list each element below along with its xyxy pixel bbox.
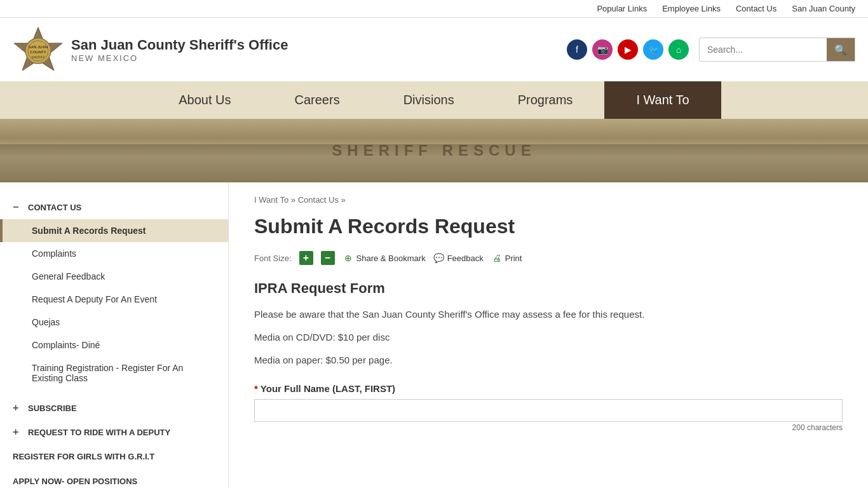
sidebar-girls-grit-link[interactable]: REGISTER FOR GIRLS WITH G.R.I.T xyxy=(0,444,228,469)
info-text-1: Please be aware that the San Juan County… xyxy=(254,307,843,322)
nav-about-us[interactable]: About Us xyxy=(147,81,262,119)
svg-text:COUNTY: COUNTY xyxy=(30,50,46,54)
site-header: SAN JUAN COUNTY SHERIFF San Juan County … xyxy=(0,18,868,81)
breadcrumb-i-want-to[interactable]: I Want To xyxy=(254,195,288,205)
ride-deputy-header-label: REQUEST TO RIDE WITH A DEPUTY xyxy=(28,428,170,437)
logo-area: SAN JUAN COUNTY SHERIFF San Juan County … xyxy=(13,24,288,75)
full-name-label: Your Full Name (LAST, FIRST) xyxy=(261,383,395,394)
ride-deputy-section-header[interactable]: + REQUEST TO RIDE WITH A DEPUTY xyxy=(0,420,228,444)
sidebar-item-training-registration[interactable]: Training Registration - Register For An … xyxy=(0,356,228,390)
share-bookmark-link[interactable]: ⊕ Share & Bookmark xyxy=(342,252,426,264)
breadcrumb-contact-us[interactable]: Contact Us xyxy=(298,195,339,205)
contact-us-section-header[interactable]: − CONTACT US xyxy=(0,195,228,219)
expand-ride-icon: + xyxy=(13,426,23,438)
subscribe-section-header[interactable]: + SUBSCRIBE xyxy=(0,396,228,420)
social-icons-group: f 📷 ▶ 🐦 ⌂ xyxy=(567,39,689,60)
svg-text:SAN JUAN: SAN JUAN xyxy=(29,45,48,49)
nextdoor-icon[interactable]: ⌂ xyxy=(668,39,689,60)
font-size-label: Font Size: xyxy=(254,254,292,263)
search-input[interactable] xyxy=(700,39,827,60)
feedback-link[interactable]: 💬 Feedback xyxy=(433,252,484,264)
main-content: I Want To » Contact Us » Submit A Record… xyxy=(229,182,868,488)
san-juan-county-link[interactable]: San Juan County xyxy=(792,4,855,13)
popular-links-link[interactable]: Popular Links xyxy=(597,4,647,13)
header-right: f 📷 ▶ 🐦 ⌂ 🔍 xyxy=(567,37,855,62)
search-button[interactable]: 🔍 xyxy=(827,38,855,61)
nav-i-want-to[interactable]: I Want To xyxy=(604,81,721,119)
sheriff-star-logo: SAN JUAN COUNTY SHERIFF xyxy=(13,24,64,75)
sidebar-item-complaints[interactable]: Complaints xyxy=(0,242,228,265)
feedback-label: Feedback xyxy=(447,254,484,263)
nav-divisions[interactable]: Divisions xyxy=(372,81,486,119)
youtube-icon[interactable]: ▶ xyxy=(618,39,638,60)
hero-scene: SHERIFF RESCUE xyxy=(0,119,868,182)
twitter-icon[interactable]: 🐦 xyxy=(643,39,663,60)
print-link[interactable]: 🖨 Print xyxy=(491,252,522,264)
full-name-label-group: *Your Full Name (LAST, FIRST) xyxy=(254,383,843,394)
contact-us-header-label: CONTACT US xyxy=(28,203,81,212)
org-name-block: San Juan County Sheriff's Office NEW MEX… xyxy=(71,37,288,63)
full-name-input[interactable] xyxy=(254,399,843,422)
sidebar-item-general-feedback[interactable]: General Feedback xyxy=(0,265,228,288)
font-decrease-button[interactable]: − xyxy=(321,251,335,265)
content-area: − CONTACT US Submit A Records Request Co… xyxy=(0,182,868,488)
employee-links-link[interactable]: Employee Links xyxy=(662,4,721,13)
collapse-icon: − xyxy=(13,201,23,213)
breadcrumb-sep2: » xyxy=(339,195,346,205)
sidebar-item-complaints-dine[interactable]: Complaints- Diné xyxy=(0,334,228,356)
required-asterisk: * xyxy=(254,383,258,394)
sidebar-item-request-deputy[interactable]: Request A Deputy For An Event xyxy=(0,288,228,311)
print-label: Print xyxy=(505,254,522,263)
org-main-name: San Juan County Sheriff's Office xyxy=(71,37,288,53)
top-bar: Popular Links Employee Links Contact Us … xyxy=(0,0,868,18)
nav-programs[interactable]: Programs xyxy=(486,81,605,119)
page-title: Submit A Records Request xyxy=(254,215,843,238)
sidebar: − CONTACT US Submit A Records Request Co… xyxy=(0,182,229,488)
instagram-icon[interactable]: 📷 xyxy=(592,39,613,60)
share-label: Share & Bookmark xyxy=(356,254,426,263)
info-text-2: Media on CD/DVD: $10 per disc xyxy=(254,330,843,345)
print-icon: 🖨 xyxy=(491,252,503,264)
facebook-icon[interactable]: f xyxy=(567,39,587,60)
sidebar-apply-link[interactable]: APPLY NOW- OPEN POSITIONS xyxy=(0,469,228,488)
nav-careers[interactable]: Careers xyxy=(263,81,372,119)
subscribe-header-label: SUBSCRIBE xyxy=(28,403,77,413)
breadcrumb: I Want To » Contact Us » xyxy=(254,195,843,205)
hero-banner: SHERIFF RESCUE xyxy=(0,119,868,182)
form-section-title: IPRA Request Form xyxy=(254,280,843,297)
info-text-3: Media on paper: $0.50 per page. xyxy=(254,353,843,368)
char-count: 200 characters xyxy=(254,423,843,432)
search-bar: 🔍 xyxy=(699,37,855,62)
contact-us-top-link[interactable]: Contact Us xyxy=(736,4,776,13)
org-sub-name: NEW MEXICO xyxy=(71,53,288,63)
expand-subscribe-icon: + xyxy=(13,402,23,414)
breadcrumb-sep1: » xyxy=(288,195,297,205)
share-icon: ⊕ xyxy=(342,252,354,264)
sidebar-item-submit-records[interactable]: Submit A Records Request xyxy=(0,219,228,242)
svg-text:SHERIFF: SHERIFF xyxy=(31,55,44,59)
font-tools-bar: Font Size: + − ⊕ Share & Bookmark 💬 Feed… xyxy=(254,251,843,265)
main-navigation: About Us Careers Divisions Programs I Wa… xyxy=(0,81,868,119)
hero-text: SHERIFF RESCUE xyxy=(332,142,536,159)
font-increase-button[interactable]: + xyxy=(299,251,313,265)
sidebar-item-quejas[interactable]: Quejas xyxy=(0,311,228,334)
feedback-icon: 💬 xyxy=(433,252,445,264)
